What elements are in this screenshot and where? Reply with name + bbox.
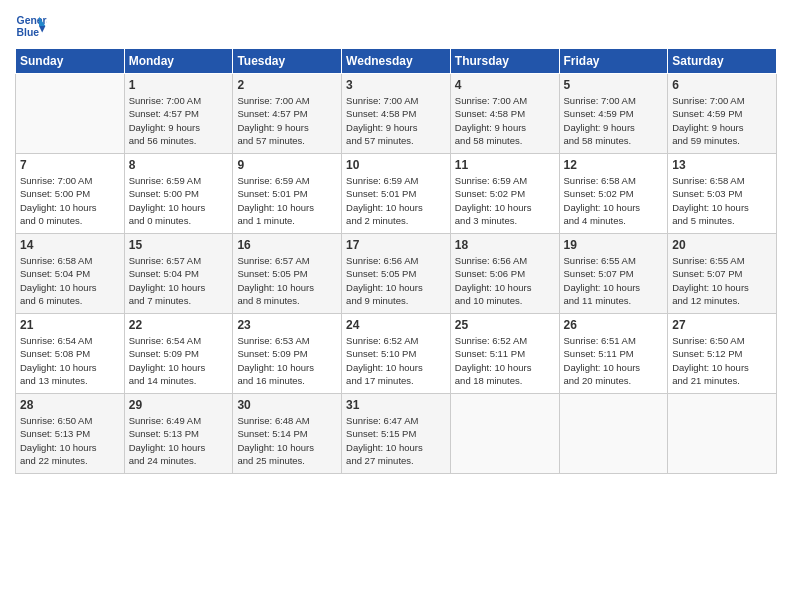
header: General Blue <box>15 10 777 42</box>
svg-text:Blue: Blue <box>17 27 40 38</box>
calendar-cell: 25Sunrise: 6:52 AMSunset: 5:11 PMDayligh… <box>450 314 559 394</box>
day-number: 13 <box>672 158 772 172</box>
day-number: 23 <box>237 318 337 332</box>
day-number: 19 <box>564 238 664 252</box>
day-number: 28 <box>20 398 120 412</box>
calendar-cell: 20Sunrise: 6:55 AMSunset: 5:07 PMDayligh… <box>668 234 777 314</box>
day-number: 20 <box>672 238 772 252</box>
calendar-cell <box>559 394 668 474</box>
calendar-cell: 31Sunrise: 6:47 AMSunset: 5:15 PMDayligh… <box>342 394 451 474</box>
day-number: 10 <box>346 158 446 172</box>
calendar-cell <box>668 394 777 474</box>
day-number: 3 <box>346 78 446 92</box>
day-info: Sunrise: 6:50 AMSunset: 5:13 PMDaylight:… <box>20 414 120 467</box>
day-info: Sunrise: 6:56 AMSunset: 5:06 PMDaylight:… <box>455 254 555 307</box>
calendar-cell: 21Sunrise: 6:54 AMSunset: 5:08 PMDayligh… <box>16 314 125 394</box>
calendar-cell: 28Sunrise: 6:50 AMSunset: 5:13 PMDayligh… <box>16 394 125 474</box>
day-info: Sunrise: 6:51 AMSunset: 5:11 PMDaylight:… <box>564 334 664 387</box>
calendar-cell <box>450 394 559 474</box>
day-number: 9 <box>237 158 337 172</box>
calendar-cell: 3Sunrise: 7:00 AMSunset: 4:58 PMDaylight… <box>342 74 451 154</box>
calendar-cell: 4Sunrise: 7:00 AMSunset: 4:58 PMDaylight… <box>450 74 559 154</box>
days-header-row: SundayMondayTuesdayWednesdayThursdayFrid… <box>16 49 777 74</box>
calendar-cell: 26Sunrise: 6:51 AMSunset: 5:11 PMDayligh… <box>559 314 668 394</box>
calendar-cell: 27Sunrise: 6:50 AMSunset: 5:12 PMDayligh… <box>668 314 777 394</box>
day-number: 7 <box>20 158 120 172</box>
day-info: Sunrise: 6:55 AMSunset: 5:07 PMDaylight:… <box>564 254 664 307</box>
logo-icon: General Blue <box>15 10 47 42</box>
calendar-cell: 12Sunrise: 6:58 AMSunset: 5:02 PMDayligh… <box>559 154 668 234</box>
day-number: 25 <box>455 318 555 332</box>
calendar-cell: 5Sunrise: 7:00 AMSunset: 4:59 PMDaylight… <box>559 74 668 154</box>
day-info: Sunrise: 7:00 AMSunset: 4:57 PMDaylight:… <box>129 94 229 147</box>
day-info: Sunrise: 7:00 AMSunset: 5:00 PMDaylight:… <box>20 174 120 227</box>
day-number: 30 <box>237 398 337 412</box>
day-header-tuesday: Tuesday <box>233 49 342 74</box>
day-info: Sunrise: 6:52 AMSunset: 5:11 PMDaylight:… <box>455 334 555 387</box>
day-number: 2 <box>237 78 337 92</box>
day-info: Sunrise: 6:48 AMSunset: 5:14 PMDaylight:… <box>237 414 337 467</box>
day-number: 21 <box>20 318 120 332</box>
logo: General Blue <box>15 10 47 42</box>
day-info: Sunrise: 6:52 AMSunset: 5:10 PMDaylight:… <box>346 334 446 387</box>
week-row-2: 7Sunrise: 7:00 AMSunset: 5:00 PMDaylight… <box>16 154 777 234</box>
calendar-cell: 10Sunrise: 6:59 AMSunset: 5:01 PMDayligh… <box>342 154 451 234</box>
day-number: 15 <box>129 238 229 252</box>
day-header-wednesday: Wednesday <box>342 49 451 74</box>
day-info: Sunrise: 6:57 AMSunset: 5:04 PMDaylight:… <box>129 254 229 307</box>
calendar-cell: 11Sunrise: 6:59 AMSunset: 5:02 PMDayligh… <box>450 154 559 234</box>
week-row-3: 14Sunrise: 6:58 AMSunset: 5:04 PMDayligh… <box>16 234 777 314</box>
day-number: 14 <box>20 238 120 252</box>
day-number: 24 <box>346 318 446 332</box>
day-header-sunday: Sunday <box>16 49 125 74</box>
day-info: Sunrise: 6:54 AMSunset: 5:08 PMDaylight:… <box>20 334 120 387</box>
week-row-5: 28Sunrise: 6:50 AMSunset: 5:13 PMDayligh… <box>16 394 777 474</box>
calendar-cell: 9Sunrise: 6:59 AMSunset: 5:01 PMDaylight… <box>233 154 342 234</box>
day-info: Sunrise: 6:56 AMSunset: 5:05 PMDaylight:… <box>346 254 446 307</box>
day-header-thursday: Thursday <box>450 49 559 74</box>
calendar-cell: 14Sunrise: 6:58 AMSunset: 5:04 PMDayligh… <box>16 234 125 314</box>
day-number: 22 <box>129 318 229 332</box>
day-info: Sunrise: 6:54 AMSunset: 5:09 PMDaylight:… <box>129 334 229 387</box>
day-number: 31 <box>346 398 446 412</box>
day-number: 12 <box>564 158 664 172</box>
day-header-monday: Monday <box>124 49 233 74</box>
calendar-cell: 13Sunrise: 6:58 AMSunset: 5:03 PMDayligh… <box>668 154 777 234</box>
day-number: 4 <box>455 78 555 92</box>
day-info: Sunrise: 6:57 AMSunset: 5:05 PMDaylight:… <box>237 254 337 307</box>
calendar-cell: 18Sunrise: 6:56 AMSunset: 5:06 PMDayligh… <box>450 234 559 314</box>
calendar-cell: 30Sunrise: 6:48 AMSunset: 5:14 PMDayligh… <box>233 394 342 474</box>
day-number: 8 <box>129 158 229 172</box>
day-info: Sunrise: 7:00 AMSunset: 4:59 PMDaylight:… <box>564 94 664 147</box>
calendar-cell: 29Sunrise: 6:49 AMSunset: 5:13 PMDayligh… <box>124 394 233 474</box>
calendar-cell: 15Sunrise: 6:57 AMSunset: 5:04 PMDayligh… <box>124 234 233 314</box>
day-header-friday: Friday <box>559 49 668 74</box>
day-info: Sunrise: 6:58 AMSunset: 5:04 PMDaylight:… <box>20 254 120 307</box>
day-info: Sunrise: 7:00 AMSunset: 4:59 PMDaylight:… <box>672 94 772 147</box>
calendar-cell <box>16 74 125 154</box>
day-number: 6 <box>672 78 772 92</box>
calendar-cell: 16Sunrise: 6:57 AMSunset: 5:05 PMDayligh… <box>233 234 342 314</box>
calendar-cell: 6Sunrise: 7:00 AMSunset: 4:59 PMDaylight… <box>668 74 777 154</box>
calendar-cell: 19Sunrise: 6:55 AMSunset: 5:07 PMDayligh… <box>559 234 668 314</box>
calendar-cell: 2Sunrise: 7:00 AMSunset: 4:57 PMDaylight… <box>233 74 342 154</box>
day-info: Sunrise: 6:53 AMSunset: 5:09 PMDaylight:… <box>237 334 337 387</box>
calendar-cell: 22Sunrise: 6:54 AMSunset: 5:09 PMDayligh… <box>124 314 233 394</box>
day-number: 29 <box>129 398 229 412</box>
day-info: Sunrise: 6:50 AMSunset: 5:12 PMDaylight:… <box>672 334 772 387</box>
day-number: 11 <box>455 158 555 172</box>
day-number: 16 <box>237 238 337 252</box>
day-info: Sunrise: 6:47 AMSunset: 5:15 PMDaylight:… <box>346 414 446 467</box>
svg-marker-3 <box>39 26 45 32</box>
day-number: 26 <box>564 318 664 332</box>
calendar-cell: 17Sunrise: 6:56 AMSunset: 5:05 PMDayligh… <box>342 234 451 314</box>
week-row-4: 21Sunrise: 6:54 AMSunset: 5:08 PMDayligh… <box>16 314 777 394</box>
day-info: Sunrise: 6:58 AMSunset: 5:03 PMDaylight:… <box>672 174 772 227</box>
day-info: Sunrise: 6:59 AMSunset: 5:01 PMDaylight:… <box>237 174 337 227</box>
calendar-cell: 8Sunrise: 6:59 AMSunset: 5:00 PMDaylight… <box>124 154 233 234</box>
day-info: Sunrise: 6:59 AMSunset: 5:00 PMDaylight:… <box>129 174 229 227</box>
day-info: Sunrise: 6:59 AMSunset: 5:01 PMDaylight:… <box>346 174 446 227</box>
day-info: Sunrise: 6:59 AMSunset: 5:02 PMDaylight:… <box>455 174 555 227</box>
calendar-cell: 23Sunrise: 6:53 AMSunset: 5:09 PMDayligh… <box>233 314 342 394</box>
day-number: 17 <box>346 238 446 252</box>
